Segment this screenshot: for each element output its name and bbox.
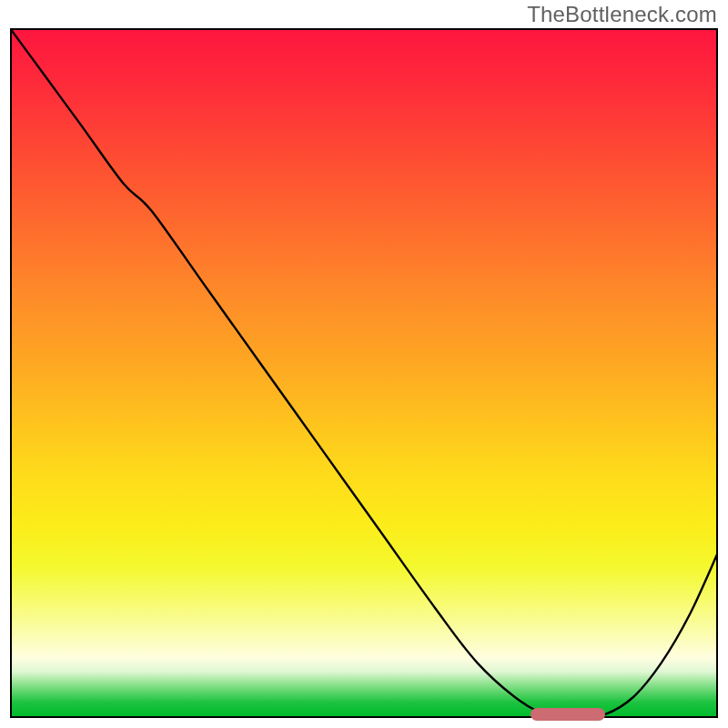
plot-area <box>10 28 718 718</box>
chart-container: TheBottleneck.com <box>0 0 728 728</box>
optimal-range-marker <box>531 708 605 721</box>
bottleneck-curve-path <box>10 28 718 718</box>
attribution-text: TheBottleneck.com <box>527 2 717 27</box>
bottleneck-curve-svg <box>10 28 718 718</box>
